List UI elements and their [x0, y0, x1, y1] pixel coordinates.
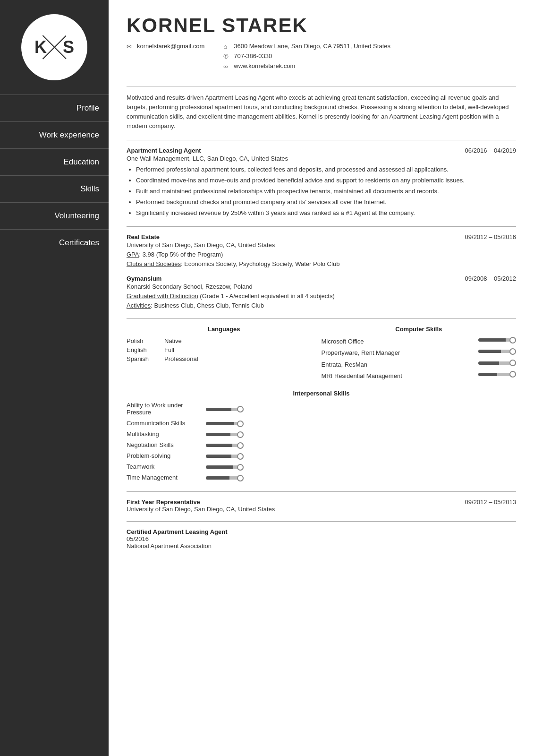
interp-item-1: Ability to Work under Pressure	[127, 402, 516, 416]
edu-clubs-1: Clubs and Societies: Economics Society, …	[127, 259, 516, 269]
avatar: K S	[21, 14, 87, 80]
interp-name-2: Communication Skills	[127, 420, 202, 427]
volunteering-body: First Year Representative 09/2012 – 05/2…	[127, 498, 516, 513]
edu-item-2: Gymansium 09/2008 – 05/2012 Konarski Sec…	[127, 275, 516, 310]
divider-certificates	[127, 521, 516, 522]
languages-col: Languages Polish Native English Full Spa…	[127, 326, 322, 383]
email-item: ✉ kornelstarek@gmail.com	[127, 43, 204, 50]
education-section: Real Estate 09/2012 – 05/2016 University…	[127, 233, 516, 310]
contact-right: ⌂ 3600 Meadow Lane, San Diego, CA 79511,…	[223, 43, 390, 70]
bullet-4: Performed background checks and promoted…	[136, 198, 516, 207]
interp-bar-2	[206, 421, 244, 425]
interp-name-6: Teamwork	[127, 463, 202, 470]
lang-name-3: Spanish	[127, 355, 160, 362]
work-body: Apartment Leasing Agent 06/2016 – 04/201…	[127, 147, 516, 218]
main-content: KORNEL STAREK ✉ kornelstarek@gmail.com ⌂…	[109, 0, 534, 756]
cs-bar-1	[478, 337, 516, 342]
lang-row-3: Spanish Professional	[127, 355, 322, 362]
interp-item-5: Problem-solving	[127, 452, 516, 459]
phone-text: 707-386-0330	[234, 52, 272, 60]
cs-bar-3	[478, 361, 516, 365]
interp-name-3: Multitasking	[127, 430, 202, 438]
website-text: www.kornelstarek.com	[234, 62, 295, 69]
interpersonal-grid: Ability to Work under Pressure Communica…	[127, 402, 516, 483]
profile-text: Motivated and results-driven Apartment L…	[127, 93, 516, 131]
edu-grad-2: Graduated with Distinction (Grade 1 - A/…	[127, 292, 516, 301]
cs-bar-4	[478, 372, 516, 376]
edu-dates-1: 09/2012 – 05/2016	[465, 233, 516, 241]
interp-bar-6	[206, 464, 244, 469]
cert-org-1: National Apartment Association	[127, 542, 516, 550]
lang-row-1: Polish Native	[127, 337, 322, 344]
sidebar-item-profile: Profile	[0, 94, 109, 121]
volunteering-section: First Year Representative 09/2012 – 05/2…	[127, 498, 516, 513]
cs-name-4: MRI Residential Management	[322, 372, 474, 380]
job-title-1: Apartment Leasing Agent	[127, 147, 201, 154]
full-name: KORNEL STAREK	[127, 14, 516, 37]
certificates-body: Certified Apartment Leasing Agent 05/201…	[127, 528, 516, 550]
skills-body: Languages Polish Native English Full Spa…	[127, 326, 516, 483]
job-header-1: Apartment Leasing Agent 06/2016 – 04/201…	[127, 147, 516, 154]
skills-section: Languages Polish Native English Full Spa…	[127, 326, 516, 483]
vol-header-1: First Year Representative 09/2012 – 05/2…	[127, 498, 516, 506]
cs-name-3: Entrata, ResMan	[322, 361, 474, 369]
profile-section: Motivated and results-driven Apartment L…	[127, 93, 516, 131]
interp-item-6: Teamwork	[127, 463, 516, 470]
edu-school-1: University of San Diego, San Diego, CA, …	[127, 241, 516, 249]
website-item: ∞ www.kornelstarek.com	[223, 62, 390, 70]
phone-icon: ✆	[223, 53, 230, 60]
skills-top-grid: Languages Polish Native English Full Spa…	[127, 326, 516, 383]
bullet-1: Performed professional apartment tours, …	[136, 165, 516, 174]
interp-name-5: Problem-solving	[127, 452, 202, 459]
sidebar-item-education: Education	[0, 148, 109, 175]
interp-item-3: Multitasking	[127, 430, 516, 438]
edu-header-2: Gymansium 09/2008 – 05/2012	[127, 275, 516, 282]
cs-item-3: Entrata, ResMan	[322, 361, 517, 369]
sidebar: K S Profile Work experience Education Sk…	[0, 0, 109, 756]
divider-education	[127, 226, 516, 227]
lang-name-2: English	[127, 346, 160, 353]
phone-item: ✆ 707-386-0330	[223, 52, 390, 60]
vol-dates-1: 09/2012 – 05/2013	[465, 498, 516, 506]
address-text: 3600 Meadow Lane, San Diego, CA 79511, U…	[234, 43, 390, 50]
web-icon: ∞	[223, 63, 230, 70]
languages-heading: Languages	[127, 326, 322, 333]
divider-work	[127, 140, 516, 140]
sidebar-item-work-experience: Work experience	[0, 121, 109, 148]
initial-s: S	[63, 37, 74, 57]
cs-bar-2	[478, 349, 516, 353]
interp-name-7: Time Management	[127, 474, 202, 481]
divider-skills	[127, 318, 516, 319]
job-company-1: One Wall Management, LLC, San Diego, CA,…	[127, 155, 516, 162]
interp-bar-3	[206, 432, 244, 436]
contact-left: ✉ kornelstarek@gmail.com	[127, 43, 204, 70]
edu-degree-1: Real Estate	[127, 233, 160, 241]
job-bullets-1: Performed professional apartment tours, …	[136, 165, 516, 218]
interp-item-7: Time Management	[127, 474, 516, 481]
education-body: Real Estate 09/2012 – 05/2016 University…	[127, 233, 516, 310]
edu-activities-2: Activities: Business Club, Chess Club, T…	[127, 301, 516, 310]
bullet-5: Significantly increased revenue by 250% …	[136, 208, 516, 218]
interp-bar-7	[206, 475, 244, 480]
lang-level-1: Native	[164, 337, 182, 344]
computer-heading: Computer Skills	[322, 326, 517, 333]
resume-header: KORNEL STAREK ✉ kornelstarek@gmail.com ⌂…	[127, 14, 516, 77]
avatar-cross-decoration	[21, 14, 87, 80]
work-experience-section: Apartment Leasing Agent 06/2016 – 04/201…	[127, 147, 516, 218]
edu-header-1: Real Estate 09/2012 – 05/2016	[127, 233, 516, 241]
address-icon: ⌂	[223, 43, 230, 50]
divider-profile	[127, 86, 516, 86]
interp-bar-5	[206, 454, 244, 458]
computer-skills-col: Computer Skills Microsoft Office	[322, 326, 517, 383]
interpersonal-section: Interpersonal Skills Ability to Work und…	[127, 390, 516, 483]
cs-name-2: Propertyware, Rent Manager	[322, 349, 474, 357]
bullet-2: Coordinated move-ins and move-outs and p…	[136, 176, 516, 185]
contact-info: ✉ kornelstarek@gmail.com ⌂ 3600 Meadow L…	[127, 43, 516, 70]
interpersonal-heading: Interpersonal Skills	[127, 390, 516, 397]
interp-item-2: Communication Skills	[127, 420, 516, 427]
interp-item-4: Negotiation Skills	[127, 441, 516, 448]
lang-row-2: English Full	[127, 346, 322, 353]
edu-degree-2: Gymansium	[127, 275, 161, 282]
edu-item-1: Real Estate 09/2012 – 05/2016 University…	[127, 233, 516, 268]
cert-title-1: Certified Apartment Leasing Agent	[127, 528, 516, 535]
